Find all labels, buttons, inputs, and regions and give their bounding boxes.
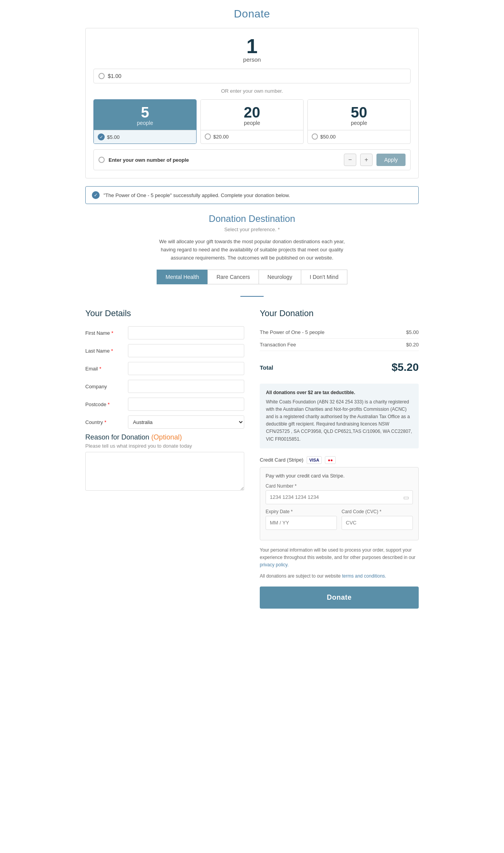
cvc-label: Card Code (CVC) *	[342, 509, 413, 514]
page-title: Donate	[85, 8, 419, 20]
destination-tabs: Mental Health Rare Cancers Neurology I D…	[85, 270, 419, 284]
people-option-50-number: 50	[312, 105, 406, 120]
your-donation-title: Your Donation	[260, 308, 419, 318]
total-amount: $5.20	[392, 361, 419, 374]
last-name-input[interactable]	[128, 344, 244, 357]
card-number-label: Card Number *	[266, 483, 413, 489]
single-dollar-amount: $1.00	[108, 73, 121, 79]
people-option-5-number: 5	[98, 105, 192, 120]
postcode-row: Postcode *	[85, 398, 244, 411]
cc-body: Pay with your credit card via Stripe. Ca…	[260, 467, 419, 540]
donation-summary-box: The Power of One - 5 people $5.00 Transa…	[260, 326, 419, 351]
tab-mental-health[interactable]: Mental Health	[157, 270, 207, 284]
email-label: Email *	[85, 366, 124, 372]
people-option-50-amount: $50.00	[320, 134, 336, 140]
donation-item-1-label: The Power of One - 5 people	[260, 329, 324, 335]
single-dollar-option[interactable]: $1.00	[93, 69, 411, 83]
custom-number-label: Enter your own number of people	[109, 157, 340, 163]
company-label: Company	[85, 384, 124, 389]
donation-line-item-2: Transaction Fee $0.20	[260, 339, 419, 351]
tax-info-box: All donations over $2 are tax deductible…	[260, 384, 419, 448]
card-number-wrap: ▭	[266, 490, 413, 504]
cc-header: Credit Card (Stripe) VISA ●●	[260, 456, 419, 464]
tax-info-body: White Coats Foundation (ABN 32 624 254 3…	[266, 399, 412, 442]
card-number-input[interactable]	[266, 490, 413, 504]
donation-item-2-amount: $0.20	[406, 342, 419, 348]
card-icon: ▭	[403, 493, 409, 501]
first-name-label: First Name *	[85, 330, 124, 336]
postcode-req: *	[108, 401, 110, 407]
country-label: Country *	[85, 419, 124, 425]
reason-section: Reason for Donation (Optional) Please te…	[85, 433, 244, 492]
donation-total-row: Total $5.20	[260, 357, 419, 377]
people-option-20-amount: $20.00	[213, 134, 229, 140]
first-name-input[interactable]	[128, 326, 244, 339]
cc-pay-text: Pay with your credit card via Stripe.	[266, 473, 413, 479]
tab-rare-cancers[interactable]: Rare Cancers	[207, 270, 258, 284]
email-req: *	[99, 366, 101, 372]
cvc-input[interactable]	[342, 516, 413, 530]
plus-button[interactable]: +	[360, 154, 373, 166]
custom-number-radio[interactable]	[98, 157, 105, 163]
section-divider	[240, 296, 264, 297]
privacy-policy-link[interactable]: privacy policy.	[260, 562, 288, 568]
donation-destination-title: Donation Destination	[85, 213, 419, 224]
people-option-5-label: people	[98, 120, 192, 126]
people-option-5[interactable]: 5 people ✓ $5.00	[93, 99, 197, 144]
country-req: *	[104, 419, 106, 425]
people-option-20-label: people	[205, 120, 299, 126]
people-option-20[interactable]: 20 people $20.00	[200, 99, 304, 144]
custom-number-row: Enter your own number of people − + Appl…	[93, 149, 411, 170]
person-count-number: 1	[93, 36, 411, 56]
donate-final-button[interactable]: Donate	[260, 587, 419, 609]
success-check-icon: ✓	[92, 191, 100, 199]
credit-card-section: Credit Card (Stripe) VISA ●● Pay with yo…	[260, 456, 419, 540]
total-label: Total	[260, 364, 273, 371]
reason-subtitle: Please tell us what inspired you to dona…	[85, 443, 244, 449]
company-input[interactable]	[128, 380, 244, 393]
people-option-50[interactable]: 50 people $50.00	[307, 99, 411, 144]
donation-line-item-1: The Power of One - 5 people $5.00	[260, 326, 419, 339]
donation-destination-section: Donation Destination Select your prefere…	[85, 213, 419, 297]
success-banner-text: "The Power of One - 5 people" successful…	[104, 192, 290, 198]
country-select[interactable]: Australia	[128, 415, 244, 429]
last-name-label: Last Name *	[85, 348, 124, 354]
single-dollar-radio[interactable]	[98, 73, 105, 79]
cvc-col: Card Code (CVC) *	[342, 509, 413, 535]
people-options-group: 5 people ✓ $5.00 20 people $20.00 50 peo…	[93, 99, 411, 144]
reason-textarea[interactable]	[85, 452, 244, 491]
people-option-5-check-icon: ✓	[98, 133, 105, 140]
expiry-input[interactable]	[266, 516, 337, 530]
apply-button[interactable]: Apply	[376, 154, 406, 166]
expiry-label: Expiry Date *	[266, 509, 337, 514]
donation-item-1-amount: $5.00	[406, 329, 419, 335]
donation-destination-subtitle: Select your preference. *	[85, 227, 419, 232]
tab-neurology[interactable]: Neurology	[259, 270, 301, 284]
first-name-req: *	[111, 330, 113, 336]
minus-button[interactable]: −	[344, 154, 356, 166]
people-option-20-radio	[205, 133, 211, 140]
person-count-label: person	[93, 56, 411, 63]
people-option-50-radio	[312, 133, 318, 140]
your-details-title: Your Details	[85, 308, 244, 318]
terms-text: All donations are subject to our website…	[260, 573, 419, 579]
mastercard-logo: ●●	[325, 456, 335, 464]
tab-i-dont-mind[interactable]: I Don't Mind	[301, 270, 347, 284]
privacy-text: Your personal information will be used t…	[260, 547, 419, 569]
your-details-section: Your Details First Name * Last Name * Em…	[85, 308, 244, 609]
success-banner: ✓ "The Power of One - 5 people" successf…	[85, 186, 419, 204]
postcode-input[interactable]	[128, 398, 244, 411]
last-name-row: Last Name *	[85, 344, 244, 357]
email-input[interactable]	[128, 362, 244, 375]
expiry-col: Expiry Date *	[266, 509, 337, 535]
people-option-20-number: 20	[205, 105, 299, 120]
cc-expiry-cvc-row: Expiry Date * Card Code (CVC) *	[266, 509, 413, 535]
reason-title: Reason for Donation (Optional)	[85, 433, 244, 441]
people-option-5-amount: $5.00	[107, 134, 120, 140]
first-name-row: First Name *	[85, 326, 244, 339]
two-column-layout: Your Details First Name * Last Name * Em…	[85, 308, 419, 609]
country-row: Country * Australia	[85, 415, 244, 429]
terms-link[interactable]: terms and conditions.	[342, 573, 386, 579]
cc-header-label: Credit Card (Stripe)	[260, 457, 304, 463]
last-name-req: *	[111, 348, 113, 354]
